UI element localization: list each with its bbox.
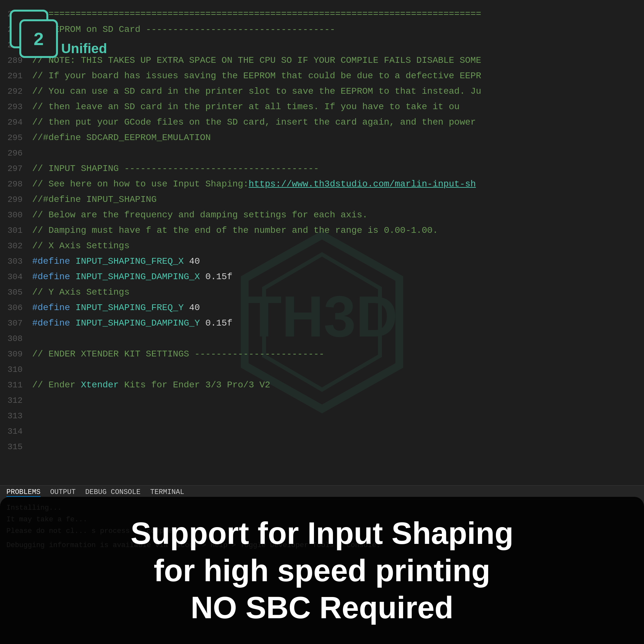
code-line-312: 312 [0, 393, 644, 408]
code-line-307: 307 #define INPUT_SHAPING_DAMPING_Y 0.15… [0, 316, 644, 331]
logo-label: Unified [61, 41, 107, 56]
code-line-291: 291 // If your board has issues saving t… [0, 68, 644, 84]
tab-problems[interactable]: PROBLEMS [6, 488, 41, 497]
code-line-298: 298 // See here on how to use Input Shap… [0, 176, 644, 192]
banner-line-2: for high speed printing [130, 554, 513, 588]
banner-line-3: NO SBC Required [130, 591, 513, 625]
code-line-309: 309 // ENDER XTENDER KIT SETTINGS ------… [0, 346, 644, 362]
code-line-308: 308 [0, 331, 644, 346]
code-line-300: 300 // Below are the frequency and dampi… [0, 207, 644, 223]
code-line-296: 296 [0, 146, 644, 161]
code-line-297: 297 // INPUT SHAPING -------------------… [0, 161, 644, 176]
tab-debug[interactable]: DEBUG CONSOLE [85, 488, 141, 497]
code-line-314: 314 [0, 424, 644, 439]
logo-number: 2 [33, 28, 43, 49]
code-line-301: 301 // Damping must have f at the end of… [0, 223, 644, 238]
code-line-295: 295 //#define SDCARD_EEPROM_EMULATION [0, 130, 644, 146]
tab-terminal[interactable]: TERMINAL [150, 488, 184, 497]
code-area: 285 //==================================… [0, 0, 644, 461]
code-line-305: 305 // Y Axis Settings [0, 285, 644, 300]
code-editor-background: TH3D 285 //=============================… [0, 0, 644, 644]
code-line-302: 302 // X Axis Settings [0, 238, 644, 254]
code-line-294: 294 // then put your GCode files on the … [0, 115, 644, 130]
logo-icon: 2 [10, 10, 58, 58]
banner-line-1: Support for Input Shaping [130, 516, 513, 550]
banner-text: Support for Input Shaping for high speed… [130, 516, 513, 625]
logo-overlay: 2 Unified [10, 10, 107, 58]
code-line-293: 293 // then leave an SD card in the prin… [0, 99, 644, 115]
code-line-311: 311 // Ender Xtender Kits for Ender 3/3 … [0, 377, 644, 393]
code-line-303: 303 #define INPUT_SHAPING_FREQ_X 40 [0, 254, 644, 269]
code-line-299: 299 //#define INPUT_SHAPING [0, 192, 644, 207]
code-line-310: 310 [0, 362, 644, 377]
code-line-315: 315 [0, 439, 644, 455]
tab-output[interactable]: OUTPUT [50, 488, 76, 497]
code-line-313: 313 [0, 408, 644, 424]
logo-square-inner: 2 [19, 19, 58, 58]
code-line-304: 304 #define INPUT_SHAPING_DAMPING_X 0.15… [0, 269, 644, 285]
code-line-306: 306 #define INPUT_SHAPING_FREQ_Y 40 [0, 300, 644, 316]
banner-overlay: Support for Input Shaping for high speed… [0, 497, 644, 644]
code-line-292: 292 // You can use a SD card in the prin… [0, 84, 644, 99]
